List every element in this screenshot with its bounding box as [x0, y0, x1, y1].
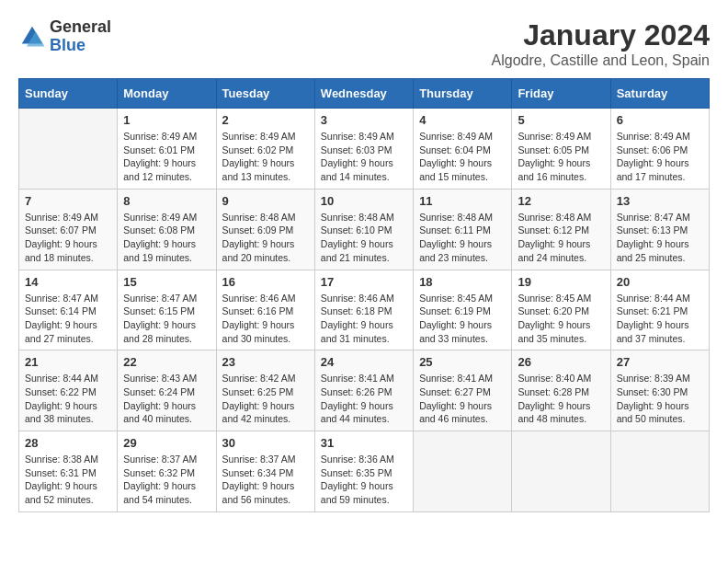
calendar-cell: 7Sunrise: 8:49 AMSunset: 6:07 PMDaylight… — [19, 189, 118, 270]
calendar-cell: 22Sunrise: 8:43 AMSunset: 6:24 PMDayligh… — [118, 350, 216, 431]
day-info: Sunrise: 8:37 AMSunset: 6:32 PMDaylight:… — [123, 453, 210, 507]
logo-icon — [18, 23, 46, 51]
week-row-4: 28Sunrise: 8:38 AMSunset: 6:31 PMDayligh… — [19, 431, 710, 512]
day-info: Sunrise: 8:47 AMSunset: 6:14 PMDaylight:… — [25, 292, 111, 346]
day-number: 29 — [123, 436, 210, 450]
day-info: Sunrise: 8:46 AMSunset: 6:18 PMDaylight:… — [321, 292, 407, 346]
day-info: Sunrise: 8:49 AMSunset: 6:08 PMDaylight:… — [123, 211, 210, 265]
day-info: Sunrise: 8:45 AMSunset: 6:19 PMDaylight:… — [419, 292, 506, 346]
calendar-cell: 14Sunrise: 8:47 AMSunset: 6:14 PMDayligh… — [19, 270, 118, 350]
calendar-cell — [414, 431, 512, 512]
calendar-table: SundayMondayTuesdayWednesdayThursdayFrid… — [18, 78, 710, 512]
day-number: 4 — [419, 113, 506, 127]
calendar-cell: 13Sunrise: 8:47 AMSunset: 6:13 PMDayligh… — [610, 189, 709, 270]
calendar-cell: 18Sunrise: 8:45 AMSunset: 6:19 PMDayligh… — [414, 270, 512, 350]
day-info: Sunrise: 8:49 AMSunset: 6:04 PMDaylight:… — [419, 130, 506, 184]
calendar-cell: 3Sunrise: 8:49 AMSunset: 6:03 PMDaylight… — [314, 109, 413, 190]
day-info: Sunrise: 8:37 AMSunset: 6:34 PMDaylight:… — [222, 453, 309, 507]
day-number: 16 — [222, 275, 309, 289]
day-info: Sunrise: 8:47 AMSunset: 6:15 PMDaylight:… — [123, 292, 210, 346]
calendar-cell: 8Sunrise: 8:49 AMSunset: 6:08 PMDaylight… — [118, 189, 216, 270]
day-number: 12 — [518, 194, 604, 208]
header-day-sunday: Sunday — [19, 79, 118, 109]
calendar-cell — [610, 431, 709, 512]
day-info: Sunrise: 8:49 AMSunset: 6:06 PMDaylight:… — [617, 130, 703, 184]
calendar-cell: 20Sunrise: 8:44 AMSunset: 6:21 PMDayligh… — [610, 270, 709, 350]
week-row-1: 7Sunrise: 8:49 AMSunset: 6:07 PMDaylight… — [19, 189, 710, 270]
header-day-friday: Friday — [512, 79, 610, 109]
day-number: 31 — [321, 436, 407, 450]
day-number: 20 — [617, 275, 703, 289]
calendar-cell: 30Sunrise: 8:37 AMSunset: 6:34 PMDayligh… — [216, 431, 314, 512]
day-number: 27 — [617, 355, 703, 369]
header-day-monday: Monday — [118, 79, 216, 109]
day-number: 18 — [419, 275, 506, 289]
day-number: 24 — [321, 355, 407, 369]
day-info: Sunrise: 8:49 AMSunset: 6:05 PMDaylight:… — [518, 130, 604, 184]
week-row-2: 14Sunrise: 8:47 AMSunset: 6:14 PMDayligh… — [19, 270, 710, 350]
day-number: 26 — [518, 355, 604, 369]
day-number: 9 — [222, 194, 309, 208]
day-info: Sunrise: 8:45 AMSunset: 6:20 PMDaylight:… — [518, 292, 604, 346]
day-number: 10 — [321, 194, 407, 208]
day-info: Sunrise: 8:41 AMSunset: 6:27 PMDaylight:… — [419, 372, 506, 426]
day-number: 2 — [222, 113, 309, 127]
day-number: 1 — [123, 113, 210, 127]
day-info: Sunrise: 8:48 AMSunset: 6:12 PMDaylight:… — [518, 211, 604, 265]
day-number: 6 — [617, 113, 703, 127]
header-day-tuesday: Tuesday — [216, 79, 314, 109]
week-row-0: 1Sunrise: 8:49 AMSunset: 6:01 PMDaylight… — [19, 109, 710, 190]
calendar-cell: 21Sunrise: 8:44 AMSunset: 6:22 PMDayligh… — [19, 350, 118, 431]
calendar-cell: 26Sunrise: 8:40 AMSunset: 6:28 PMDayligh… — [512, 350, 610, 431]
calendar-cell: 29Sunrise: 8:37 AMSunset: 6:32 PMDayligh… — [118, 431, 216, 512]
day-info: Sunrise: 8:42 AMSunset: 6:25 PMDaylight:… — [222, 372, 309, 426]
day-number: 7 — [25, 194, 111, 208]
day-number: 8 — [123, 194, 210, 208]
calendar-cell: 23Sunrise: 8:42 AMSunset: 6:25 PMDayligh… — [216, 350, 314, 431]
day-number: 11 — [419, 194, 506, 208]
calendar-cell: 11Sunrise: 8:48 AMSunset: 6:11 PMDayligh… — [414, 189, 512, 270]
day-info: Sunrise: 8:44 AMSunset: 6:22 PMDaylight:… — [25, 372, 111, 426]
calendar-cell: 24Sunrise: 8:41 AMSunset: 6:26 PMDayligh… — [314, 350, 413, 431]
day-info: Sunrise: 8:38 AMSunset: 6:31 PMDaylight:… — [25, 453, 111, 507]
logo: General Blue — [18, 18, 111, 55]
day-info: Sunrise: 8:47 AMSunset: 6:13 PMDaylight:… — [617, 211, 703, 265]
calendar-cell: 15Sunrise: 8:47 AMSunset: 6:15 PMDayligh… — [118, 270, 216, 350]
calendar-cell — [19, 109, 118, 190]
day-info: Sunrise: 8:49 AMSunset: 6:02 PMDaylight:… — [222, 130, 309, 184]
day-info: Sunrise: 8:49 AMSunset: 6:03 PMDaylight:… — [321, 130, 407, 184]
day-info: Sunrise: 8:44 AMSunset: 6:21 PMDaylight:… — [617, 292, 703, 346]
day-number: 30 — [222, 436, 309, 450]
header-day-wednesday: Wednesday — [314, 79, 413, 109]
calendar-cell: 10Sunrise: 8:48 AMSunset: 6:10 PMDayligh… — [314, 189, 413, 270]
header-day-thursday: Thursday — [414, 79, 512, 109]
calendar-cell: 6Sunrise: 8:49 AMSunset: 6:06 PMDaylight… — [610, 109, 709, 190]
day-number: 3 — [321, 113, 407, 127]
day-number: 25 — [419, 355, 506, 369]
header-day-saturday: Saturday — [610, 79, 709, 109]
day-number: 5 — [518, 113, 604, 127]
day-number: 14 — [25, 275, 111, 289]
calendar-cell: 28Sunrise: 8:38 AMSunset: 6:31 PMDayligh… — [19, 431, 118, 512]
day-info: Sunrise: 8:48 AMSunset: 6:10 PMDaylight:… — [321, 211, 407, 265]
day-info: Sunrise: 8:49 AMSunset: 6:01 PMDaylight:… — [123, 130, 210, 184]
logo-blue-text: Blue — [50, 37, 111, 55]
calendar-cell: 31Sunrise: 8:36 AMSunset: 6:35 PMDayligh… — [314, 431, 413, 512]
day-info: Sunrise: 8:39 AMSunset: 6:30 PMDaylight:… — [617, 372, 703, 426]
day-number: 21 — [25, 355, 111, 369]
day-info: Sunrise: 8:43 AMSunset: 6:24 PMDaylight:… — [123, 372, 210, 426]
title-section: January 2024 Algodre, Castille and Leon,… — [492, 18, 711, 69]
calendar-cell: 12Sunrise: 8:48 AMSunset: 6:12 PMDayligh… — [512, 189, 610, 270]
day-info: Sunrise: 8:49 AMSunset: 6:07 PMDaylight:… — [25, 211, 111, 265]
logo-general-text: General — [50, 18, 111, 37]
day-info: Sunrise: 8:48 AMSunset: 6:09 PMDaylight:… — [222, 211, 309, 265]
day-number: 17 — [321, 275, 407, 289]
calendar-subtitle: Algodre, Castille and Leon, Spain — [492, 52, 711, 69]
day-number: 22 — [123, 355, 210, 369]
calendar-cell: 16Sunrise: 8:46 AMSunset: 6:16 PMDayligh… — [216, 270, 314, 350]
calendar-cell: 19Sunrise: 8:45 AMSunset: 6:20 PMDayligh… — [512, 270, 610, 350]
week-row-3: 21Sunrise: 8:44 AMSunset: 6:22 PMDayligh… — [19, 350, 710, 431]
calendar-cell: 2Sunrise: 8:49 AMSunset: 6:02 PMDaylight… — [216, 109, 314, 190]
day-info: Sunrise: 8:40 AMSunset: 6:28 PMDaylight:… — [518, 372, 604, 426]
day-number: 23 — [222, 355, 309, 369]
